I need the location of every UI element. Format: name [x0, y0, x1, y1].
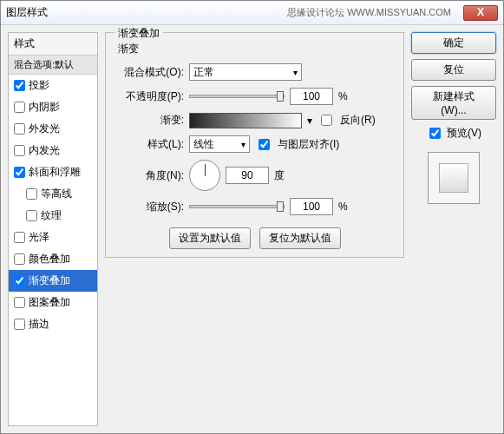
- style-item-9[interactable]: 渐变叠加: [9, 270, 97, 292]
- style-dropdown[interactable]: 线性: [189, 135, 250, 153]
- right-panel: 确定 复位 新建样式(W)... 预览(V): [411, 32, 496, 426]
- style-item-5[interactable]: 等高线: [9, 183, 97, 205]
- style-label: 内发光: [29, 143, 60, 158]
- group-title: 渐变叠加: [115, 26, 163, 41]
- blend-mode-dropdown[interactable]: 正常: [189, 63, 302, 81]
- style-checkbox[interactable]: [14, 253, 25, 265]
- style-label: 颜色叠加: [29, 252, 70, 266]
- style-item-0[interactable]: 投影: [9, 75, 97, 96]
- style-item-3[interactable]: 内发光: [9, 140, 97, 161]
- new-style-button[interactable]: 新建样式(W)...: [411, 86, 496, 120]
- preview-inner: [439, 163, 468, 193]
- gradient-label: 渐变:: [118, 113, 184, 128]
- style-checkbox[interactable]: [14, 167, 25, 178]
- style-label: 光泽: [29, 230, 49, 245]
- close-button[interactable]: X: [463, 5, 498, 21]
- sub-title: 渐变: [118, 42, 391, 56]
- style-label: 外发光: [29, 122, 60, 136]
- angle-input[interactable]: 90: [226, 167, 269, 184]
- watermark: 思缘设计论坛 WWW.MISSYUAN.COM: [287, 6, 451, 19]
- style-item-6[interactable]: 纹理: [9, 205, 97, 227]
- style-item-11[interactable]: 描边: [9, 313, 97, 335]
- percent-label: %: [338, 90, 348, 102]
- settings-panel: 渐变叠加 渐变 混合模式(O): 正常 不透明度(P): 100 % 渐变: ▾: [105, 32, 404, 426]
- content: 样式 混合选项:默认 投影内阴影外发光内发光斜面和浮雕等高线纹理光泽颜色叠加渐变…: [1, 25, 503, 433]
- style-label: 描边: [29, 317, 49, 332]
- scale-slider[interactable]: [189, 205, 285, 208]
- reverse-checkbox[interactable]: [321, 115, 332, 126]
- titlebar[interactable]: 图层样式 思缘设计论坛 WWW.MISSYUAN.COM X: [1, 1, 503, 25]
- angle-dial[interactable]: [189, 160, 220, 191]
- style-checkbox[interactable]: [26, 210, 37, 221]
- style-checkbox[interactable]: [14, 297, 25, 308]
- styles-list: 样式 混合选项:默认 投影内阴影外发光内发光斜面和浮雕等高线纹理光泽颜色叠加渐变…: [8, 32, 98, 426]
- blend-mode-label: 混合模式(O):: [118, 65, 184, 80]
- gradient-overlay-group: 渐变叠加 渐变 混合模式(O): 正常 不透明度(P): 100 % 渐变: ▾: [105, 32, 404, 258]
- opacity-label: 不透明度(P):: [118, 89, 184, 104]
- scale-label: 缩放(S):: [118, 200, 184, 214]
- style-checkbox[interactable]: [14, 232, 25, 243]
- styles-header[interactable]: 样式: [9, 33, 97, 56]
- opacity-slider[interactable]: [189, 95, 285, 98]
- style-item-2[interactable]: 外发光: [9, 118, 97, 140]
- style-checkbox[interactable]: [14, 145, 25, 156]
- style-label: 等高线: [41, 187, 72, 201]
- style-item-10[interactable]: 图案叠加: [9, 292, 97, 313]
- layer-style-dialog: 图层样式 思缘设计论坛 WWW.MISSYUAN.COM X 样式 混合选项:默…: [0, 0, 504, 434]
- percent-label2: %: [338, 201, 348, 213]
- style-label: 内阴影: [29, 100, 60, 115]
- reset-default-button[interactable]: 复位为默认值: [259, 227, 341, 249]
- preview-checkbox[interactable]: [429, 128, 441, 139]
- style-item-8[interactable]: 颜色叠加: [9, 248, 97, 270]
- style-checkbox[interactable]: [26, 188, 37, 200]
- gradient-picker[interactable]: [189, 113, 302, 128]
- style-checkbox[interactable]: [14, 80, 25, 91]
- align-checkbox[interactable]: [259, 139, 270, 150]
- style-label: 样式(L):: [118, 137, 184, 152]
- preview-swatch: [428, 152, 480, 204]
- style-label: 图案叠加: [29, 295, 70, 310]
- style-item-7[interactable]: 光泽: [9, 227, 97, 248]
- style-item-4[interactable]: 斜面和浮雕: [9, 161, 97, 183]
- align-label: 与图层对齐(I): [278, 137, 339, 152]
- style-checkbox[interactable]: [14, 123, 25, 135]
- reverse-label: 反向(R): [340, 113, 376, 128]
- style-checkbox[interactable]: [14, 319, 25, 330]
- style-label: 纹理: [41, 208, 62, 223]
- angle-label: 角度(N):: [118, 168, 184, 183]
- cancel-button[interactable]: 复位: [411, 59, 496, 81]
- style-label: 投影: [29, 78, 49, 93]
- opacity-input[interactable]: 100: [290, 88, 333, 105]
- style-label: 斜面和浮雕: [29, 165, 81, 180]
- style-item-1[interactable]: 内阴影: [9, 96, 97, 118]
- style-checkbox[interactable]: [14, 275, 25, 286]
- dropdown-arrow-icon[interactable]: ▾: [307, 115, 312, 127]
- blend-options-default[interactable]: 混合选项:默认: [9, 56, 97, 75]
- style-label: 渐变叠加: [29, 273, 70, 288]
- angle-unit: 度: [274, 168, 285, 183]
- style-checkbox[interactable]: [14, 102, 25, 113]
- ok-button[interactable]: 确定: [411, 32, 496, 54]
- preview-label: 预览(V): [447, 126, 481, 141]
- set-default-button[interactable]: 设置为默认值: [169, 227, 251, 249]
- scale-input[interactable]: 100: [290, 198, 333, 215]
